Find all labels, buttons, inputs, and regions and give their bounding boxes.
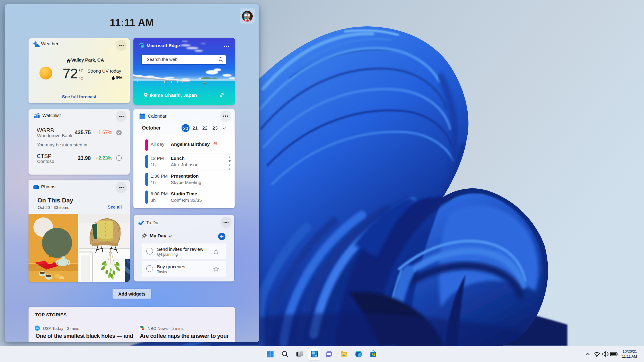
svg-text:TODAY: TODAY [36,328,39,330]
